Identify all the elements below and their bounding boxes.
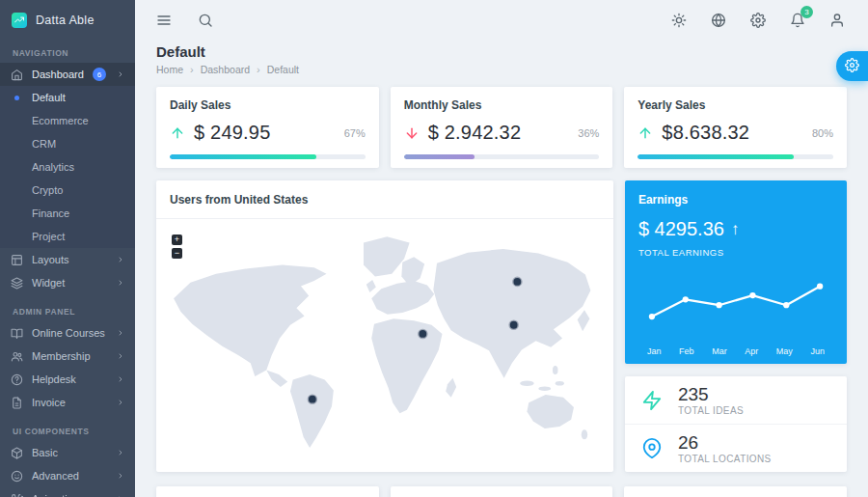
sidebar-item-membership[interactable]: Membership (0, 345, 135, 368)
user-icon (829, 13, 845, 31)
bottom-row (156, 486, 847, 497)
totals-card: 235 TOTAL IDEAS 26 TOTAL LOCATIONS (625, 376, 847, 472)
total-ideas-row: 235 TOTAL IDEAS (625, 376, 847, 424)
stat-amount: $ 2.942.32 (428, 122, 522, 144)
sidebar-item-default[interactable]: Default (0, 86, 135, 109)
map-marker[interactable] (513, 278, 521, 286)
notification-badge: 3 (800, 6, 813, 18)
dashboard-badge: 6 (93, 68, 106, 81)
trend-up-icon (637, 125, 653, 141)
x-tick: May (776, 346, 793, 356)
menu-icon (156, 13, 172, 31)
page-header: Default Home › Dashboard › Default (156, 43, 847, 75)
map-marker[interactable] (309, 396, 316, 403)
sidebar-item-layouts[interactable]: Layouts (0, 248, 135, 271)
earnings-title: Earnings (638, 193, 833, 207)
gear-icon (845, 58, 859, 75)
map-card-title: Users from United States (156, 180, 613, 219)
nav-group-label: ADMIN PANEL (0, 294, 135, 321)
sidebar-item-analytics[interactable]: Analytics (0, 155, 135, 179)
stat-amount: $8.638.32 (662, 122, 749, 144)
chevron-right-icon (117, 399, 124, 406)
breadcrumb: Home › Dashboard › Default (156, 64, 847, 75)
top-navbar: 3 (135, 0, 868, 42)
sidebar-toggle-button[interactable] (156, 13, 172, 31)
sidebar-item-online-courses[interactable]: Online Courses (0, 321, 135, 345)
sidebar-item-widget[interactable]: Widget (0, 271, 135, 294)
monthly-sales-card: Monthly Sales $ 2.942.32 36% (391, 87, 613, 168)
sidebar-item-animation[interactable]: Animation (0, 487, 135, 497)
partial-card (624, 486, 847, 497)
map-pin-icon (641, 438, 663, 459)
partial-card (391, 486, 613, 497)
language-button[interactable] (711, 13, 726, 31)
total-locations-label: TOTAL LOCATIONS (678, 454, 772, 464)
map-zoom-in-button[interactable]: + (172, 235, 182, 245)
chevron-right-icon (117, 70, 124, 78)
file-text-icon (11, 397, 23, 409)
settings-button[interactable] (750, 13, 766, 31)
chevron-right-icon (117, 352, 124, 360)
sidebar-item-basic[interactable]: Basic (0, 441, 135, 464)
sidebar-item-invoice[interactable]: Invoice (0, 391, 135, 414)
home-icon (11, 69, 23, 81)
sidebar-item-advanced[interactable]: Advanced (0, 464, 135, 487)
brand-logo-trending-up-icon (12, 13, 27, 28)
dashboard-submenu: Default Ecommerce CRM Analytics Crypto F… (0, 86, 135, 248)
sidebar-item-crm[interactable]: CRM (0, 132, 135, 155)
stat-title: Monthly Sales (404, 98, 600, 112)
progress-track (170, 154, 366, 159)
notifications-button[interactable]: 3 (790, 13, 805, 31)
gear-icon (750, 13, 766, 31)
stat-amount: $ 249.95 (194, 122, 270, 144)
map-marker[interactable] (419, 330, 426, 338)
x-tick: Jun (810, 346, 825, 356)
nav-group-label: NAVIGATION (0, 41, 135, 63)
config-panel-button[interactable] (836, 51, 868, 81)
chevron-right-icon (117, 449, 124, 456)
chevron-right-icon (117, 256, 124, 263)
sidebar-item-helpdesk[interactable]: Helpdesk (0, 368, 135, 391)
world-map[interactable] (164, 223, 606, 464)
yearly-sales-card: Yearly Sales $8.638.32 80% (624, 87, 847, 168)
sidebar-item-crypto[interactable]: Crypto (0, 179, 135, 202)
chart-point (749, 292, 755, 298)
earnings-amount: $ 4295.36 (638, 218, 724, 240)
sidebar-item-finance[interactable]: Finance (0, 202, 135, 225)
nav-group-label: UI COMPONENTS (0, 414, 135, 441)
profile-button[interactable] (829, 13, 845, 31)
total-locations-row: 26 TOTAL LOCATIONS (625, 424, 847, 472)
total-ideas-label: TOTAL IDEAS (678, 405, 744, 416)
search-icon (198, 13, 213, 31)
map-zoom-out-button[interactable]: − (172, 248, 182, 259)
total-ideas-value: 235 (678, 384, 744, 405)
earnings-chart (638, 265, 833, 343)
earnings-subtitle: TOTAL EARNINGS (638, 247, 833, 258)
progress-track (404, 154, 600, 159)
chart-point (716, 302, 721, 308)
breadcrumb-dashboard[interactable]: Dashboard (201, 64, 250, 75)
partial-card (156, 486, 379, 497)
breadcrumb-home[interactable]: Home (156, 64, 183, 75)
search-button[interactable] (198, 13, 213, 31)
daily-sales-card: Daily Sales $ 249.95 67% (156, 87, 379, 168)
earnings-card: Earnings $ 4295.36 ↑ TOTAL EARNINGS Jan … (625, 180, 847, 364)
stat-title: Yearly Sales (637, 98, 833, 112)
stat-percent: 67% (344, 127, 366, 139)
chart-x-axis: Jan Feb Mar Apr May Jun (638, 346, 833, 356)
stat-percent: 80% (812, 127, 833, 139)
trend-up-icon (170, 125, 185, 141)
sidebar-item-project[interactable]: Project (0, 225, 135, 248)
theme-brightness-button[interactable] (671, 13, 687, 31)
chart-point (649, 314, 655, 319)
map-land (174, 236, 590, 448)
x-tick: Feb (679, 346, 694, 356)
map-marker[interactable] (510, 321, 518, 329)
sidebar-item-dashboard[interactable]: Dashboard 6 (0, 63, 135, 86)
brand[interactable]: Datta Able (0, 0, 135, 41)
zap-icon (641, 390, 663, 411)
chart-point (783, 302, 789, 308)
chart-line (652, 287, 820, 317)
layers-icon (11, 277, 23, 290)
sidebar-item-ecommerce[interactable]: Ecommerce (0, 109, 135, 132)
